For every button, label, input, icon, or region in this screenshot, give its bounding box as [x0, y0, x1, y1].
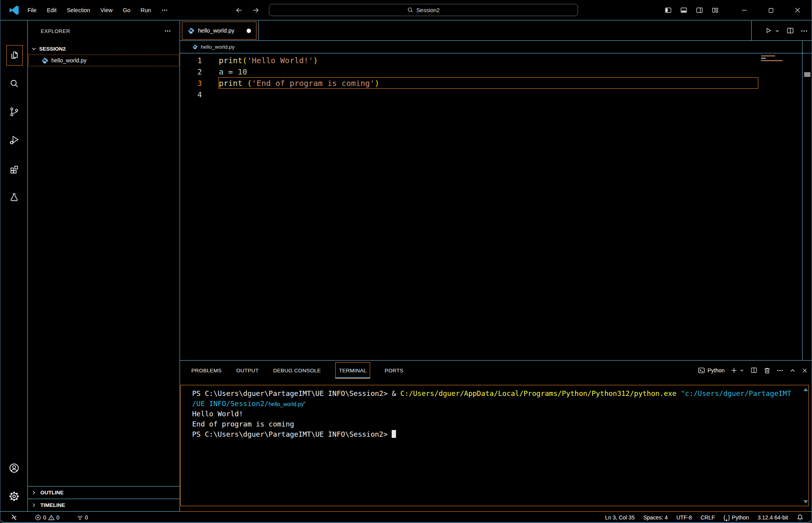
command-center-search[interactable]: Session2	[269, 4, 578, 16]
menu-edit[interactable]: Edit	[42, 0, 62, 20]
source-control-icon[interactable]	[0, 106, 27, 117]
maximize-button[interactable]	[758, 0, 784, 20]
close-window-button[interactable]	[784, 0, 811, 20]
editor-more-actions-icon[interactable]	[801, 28, 808, 34]
minimap-line	[761, 60, 783, 61]
line-content[interactable]: print('Hello World!')	[218, 55, 758, 66]
panel-focus-border	[180, 511, 809, 512]
modified-indicator-dot[interactable]	[247, 29, 251, 33]
line-number[interactable]: 4	[180, 90, 202, 99]
python-interpreter[interactable]: 3.12.4 64-bit	[753, 514, 792, 521]
line-number[interactable]: 3	[180, 79, 202, 87]
breadcrumb[interactable]: hello_world.py	[180, 41, 812, 53]
menubar-more-icon[interactable]	[156, 0, 173, 20]
close-panel-icon[interactable]	[802, 368, 808, 374]
radio-tower-icon	[77, 514, 83, 521]
remote-indicator[interactable]	[6, 514, 22, 521]
line-number[interactable]: 1	[180, 56, 202, 65]
line-content[interactable]: print ('End of program is coming')	[218, 77, 758, 89]
customize-layout-icon[interactable]	[707, 0, 723, 20]
panel-tab-debug-console[interactable]: DEBUG CONSOLE	[273, 361, 321, 379]
line-content[interactable]	[218, 89, 758, 100]
terminal-scroll-down-icon[interactable]	[803, 500, 808, 503]
eol-sequence[interactable]: CRLF	[696, 514, 719, 521]
chevron-down-icon[interactable]	[739, 368, 744, 373]
cursor-position[interactable]: Ln 3, Col 35	[601, 514, 639, 521]
indentation[interactable]: Spaces: 4	[639, 514, 672, 521]
code-editor[interactable]: 1print('Hello World!')2a = 103print ('En…	[180, 54, 802, 360]
sidebar-section-session2[interactable]: SESSION2	[28, 44, 180, 54]
problems-status[interactable]: 0 0	[31, 514, 64, 521]
menu-selection[interactable]: Selection	[62, 0, 95, 20]
go-back-icon[interactable]	[235, 6, 243, 15]
split-editor-icon[interactable]	[787, 27, 794, 35]
code-line-2[interactable]: 2a = 10	[180, 66, 802, 77]
toggle-primary-sidebar-icon[interactable]	[660, 0, 676, 20]
terminal-line: End of program is coming	[192, 419, 808, 429]
terminal-viewport[interactable]: PS C:\Users\dguer\PartageIMT\UE INFO\Ses…	[180, 385, 809, 506]
panel-more-actions-icon[interactable]	[777, 368, 783, 373]
split-terminal-icon[interactable]	[750, 367, 758, 374]
settings-gear-icon[interactable]	[0, 490, 27, 502]
run-and-debug-icon[interactable]	[0, 135, 27, 146]
chevron-right-icon	[31, 490, 36, 495]
toggle-panel-icon[interactable]	[676, 0, 692, 20]
tab-hello-world[interactable]: hello_world.py	[182, 22, 256, 40]
minimap[interactable]	[758, 54, 802, 132]
activity-bar	[0, 21, 28, 511]
encoding[interactable]: UTF-8	[672, 514, 696, 521]
line-number[interactable]: 2	[180, 67, 202, 76]
panel-tab-output[interactable]: OUTPUT	[236, 361, 258, 379]
notifications-bell[interactable]	[792, 514, 808, 521]
panel-tab-terminal[interactable]: TERMINAL	[335, 362, 370, 379]
terminal-profile[interactable]: Python	[698, 367, 725, 374]
panel-tab-problems[interactable]: PROBLEMS	[191, 361, 222, 379]
toggle-secondary-sidebar-icon[interactable]	[692, 0, 707, 20]
python-file-icon	[188, 27, 194, 34]
menu-run[interactable]: Run	[136, 0, 156, 20]
terminal-profile-label: Python	[707, 367, 725, 374]
code-line-4[interactable]: 4	[180, 89, 802, 100]
status-bar: 0 0 0 Ln 3, Col 35 Spaces: 4 UTF-8 CRLF …	[0, 511, 812, 523]
bell-icon	[797, 514, 803, 521]
search-view-icon[interactable]	[0, 78, 27, 89]
minimize-button[interactable]	[731, 0, 758, 20]
run-python-file-button[interactable]	[765, 27, 780, 35]
code-line-3[interactable]: 3print ('End of program is coming')	[180, 77, 802, 89]
go-forward-icon[interactable]	[251, 6, 260, 15]
ports-status[interactable]: 0	[73, 514, 93, 521]
timeline-section[interactable]: TIMELINE	[28, 499, 180, 511]
maximize-panel-icon[interactable]	[790, 368, 796, 374]
token: print	[219, 56, 242, 65]
editor-scrollbar-thumb[interactable]	[804, 72, 810, 77]
explorer-more-actions-icon[interactable]	[164, 29, 171, 34]
line-content[interactable]: a = 10	[218, 66, 758, 77]
testing-icon[interactable]	[0, 192, 27, 203]
code-line-1[interactable]: 1print('Hello World!')	[180, 55, 802, 66]
account-icon[interactable]	[0, 462, 27, 474]
chevron-down-icon[interactable]	[775, 28, 780, 33]
explorer-icon[interactable]	[0, 50, 27, 61]
token: 10	[238, 67, 247, 77]
outline-section[interactable]: OUTLINE	[28, 486, 180, 498]
python-file-icon	[42, 57, 48, 64]
vscode-window: FileEditSelectionViewGoRun Session2	[0, 0, 812, 523]
search-icon	[407, 7, 413, 13]
panel-tab-ports[interactable]: PORTS	[385, 361, 403, 379]
breadcrumb-file[interactable]: hello_world.py	[201, 44, 234, 50]
kill-terminal-trash-icon[interactable]	[764, 367, 770, 374]
menu-go[interactable]: Go	[118, 0, 135, 20]
bottom-panel: PROBLEMSOUTPUTDEBUG CONSOLETERMINALPORTS…	[180, 360, 812, 511]
terminal-text: End of program is coming	[192, 420, 294, 428]
terminal-text: C:/Users/dguer/AppData/Local/Programs/Py…	[400, 389, 676, 397]
menu-view[interactable]: View	[95, 0, 118, 20]
token: )	[374, 78, 379, 88]
file-item-hello-world[interactable]: hello_world.py	[28, 55, 179, 66]
new-terminal-button[interactable]	[731, 367, 744, 374]
menu-file[interactable]: File	[22, 0, 42, 20]
editor-tabs-row: hello_world.py	[180, 21, 812, 41]
language-mode[interactable]: {} Python	[719, 514, 753, 521]
file-label: hello_world.py	[51, 57, 87, 64]
extensions-icon[interactable]	[0, 163, 27, 174]
terminal-scroll-up-icon[interactable]	[803, 388, 808, 391]
